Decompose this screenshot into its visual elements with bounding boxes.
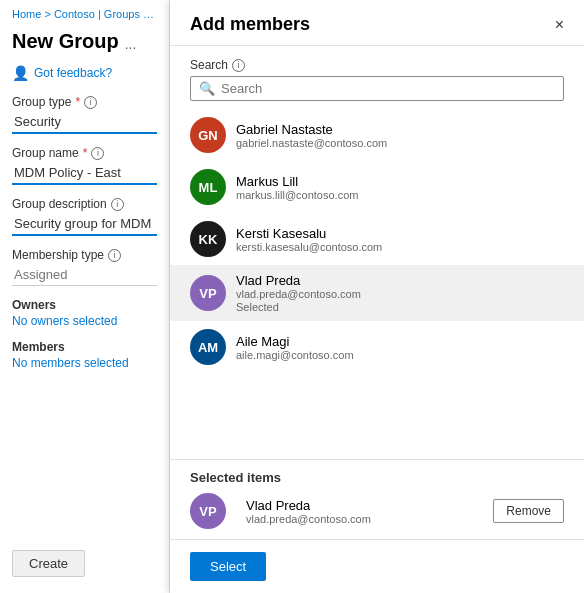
required-star: * — [75, 95, 80, 109]
search-info-icon[interactable]: i — [232, 59, 245, 72]
feedback-label: Got feedback? — [34, 66, 112, 80]
selected-member-row: VP Vlad Preda vlad.preda@contoso.com Rem… — [190, 493, 564, 529]
group-name-input[interactable] — [12, 162, 157, 185]
members-link[interactable]: No members selected — [12, 356, 157, 370]
member-info: Aile Magiaile.magi@contoso.com — [236, 334, 354, 361]
avatar: GN — [190, 117, 226, 153]
page-title: New Group — [12, 30, 119, 53]
avatar: AM — [190, 329, 226, 365]
group-type-input[interactable] — [12, 111, 157, 134]
group-description-info-icon[interactable]: i — [111, 198, 124, 211]
selected-member-info: VP Vlad Preda vlad.preda@contoso.com — [190, 493, 371, 529]
member-email: markus.lill@contoso.com — [236, 189, 358, 201]
create-button[interactable]: Create — [12, 550, 85, 577]
member-info: Markus Lillmarkus.lill@contoso.com — [236, 174, 358, 201]
member-name: Markus Lill — [236, 174, 358, 189]
selected-member-avatar: VP — [190, 493, 226, 529]
selected-items-section: Selected items VP Vlad Preda vlad.preda@… — [170, 459, 584, 539]
feedback-icon: 👤 — [12, 65, 29, 81]
owners-section-label: Owners — [12, 298, 157, 312]
breadcrumb[interactable]: Home > Contoso | Groups > G... — [12, 8, 157, 20]
list-item[interactable]: VPVlad Predavlad.preda@contoso.comSelect… — [170, 265, 584, 321]
selected-member-email: vlad.preda@contoso.com — [246, 513, 371, 525]
search-label: Search i — [190, 58, 564, 72]
modal-footer: Select — [170, 539, 584, 593]
selected-member-name: Vlad Preda — [246, 498, 371, 513]
select-button[interactable]: Select — [190, 552, 266, 581]
add-members-modal: Add members × Search i 🔍 GNGabriel Nasta… — [170, 0, 584, 593]
member-info: Vlad Predavlad.preda@contoso.comSelected — [236, 273, 361, 313]
remove-button[interactable]: Remove — [493, 499, 564, 523]
avatar: KK — [190, 221, 226, 257]
group-name-info-icon[interactable]: i — [91, 147, 104, 160]
list-item[interactable]: KKKersti Kasesalukersti.kasesalu@contoso… — [170, 213, 584, 265]
selected-tag: Selected — [236, 301, 361, 313]
group-type-label: Group type * i — [12, 95, 157, 109]
group-description-label: Group description i — [12, 197, 157, 211]
search-box: 🔍 — [190, 76, 564, 101]
member-email: gabriel.nastaste@contoso.com — [236, 137, 387, 149]
list-item[interactable]: AMAile Magiaile.magi@contoso.com — [170, 321, 584, 373]
member-info: Kersti Kasesalukersti.kasesalu@contoso.c… — [236, 226, 382, 253]
feedback-button[interactable]: 👤 Got feedback? — [12, 65, 157, 81]
members-section-label: Members — [12, 340, 157, 354]
search-input[interactable] — [221, 81, 555, 96]
required-star-name: * — [83, 146, 88, 160]
member-name: Kersti Kasesalu — [236, 226, 382, 241]
avatar: ML — [190, 169, 226, 205]
owners-link[interactable]: No owners selected — [12, 314, 157, 328]
membership-type-info-icon[interactable]: i — [108, 249, 121, 262]
selected-items-title: Selected items — [190, 470, 564, 485]
group-type-info-icon[interactable]: i — [84, 96, 97, 109]
more-options-icon[interactable]: ... — [125, 36, 137, 52]
list-item[interactable]: MLMarkus Lillmarkus.lill@contoso.com — [170, 161, 584, 213]
membership-type-label: Membership type i — [12, 248, 157, 262]
member-email: kersti.kasesalu@contoso.com — [236, 241, 382, 253]
list-item[interactable]: GNGabriel Nastastegabriel.nastaste@conto… — [170, 109, 584, 161]
member-name: Vlad Preda — [236, 273, 361, 288]
search-icon: 🔍 — [199, 81, 215, 96]
member-email: aile.magi@contoso.com — [236, 349, 354, 361]
group-name-label: Group name * i — [12, 146, 157, 160]
membership-type-input[interactable] — [12, 264, 157, 286]
member-list: GNGabriel Nastastegabriel.nastaste@conto… — [170, 109, 584, 459]
member-name: Gabriel Nastaste — [236, 122, 387, 137]
search-section: Search i 🔍 — [170, 46, 584, 109]
modal-title: Add members — [190, 14, 310, 35]
selected-member-details: Vlad Preda vlad.preda@contoso.com — [246, 498, 371, 525]
left-panel: Home > Contoso | Groups > G... New Group… — [0, 0, 170, 593]
member-info: Gabriel Nastastegabriel.nastaste@contoso… — [236, 122, 387, 149]
modal-header: Add members × — [170, 0, 584, 46]
group-description-input[interactable] — [12, 213, 157, 236]
close-button[interactable]: × — [555, 17, 564, 33]
member-name: Aile Magi — [236, 334, 354, 349]
avatar: VP — [190, 275, 226, 311]
member-email: vlad.preda@contoso.com — [236, 288, 361, 300]
